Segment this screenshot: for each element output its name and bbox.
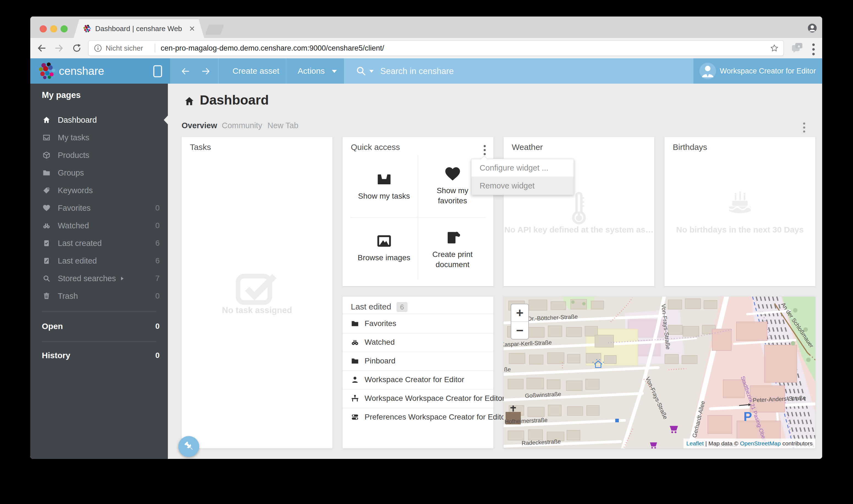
widget-last-edited: Last edited 6 Favorites Watched [342, 296, 493, 448]
url-text: cen-pro-magalog-demo.demo.censhare.com:9… [161, 41, 384, 56]
sidebar-item-watched[interactable]: Watched 0 [30, 217, 168, 234]
logo-block: censhare [30, 58, 170, 84]
parking-icon: P [744, 409, 752, 424]
sidebar-item-trash[interactable]: Trash 0 [30, 287, 168, 305]
search-icon[interactable] [356, 66, 367, 76]
transit-stop-marker [615, 419, 619, 422]
heart-icon [42, 204, 51, 212]
weather-empty-text: No API key defined at the system as… [503, 225, 654, 234]
browser-tab[interactable]: Dashboard | censhare Web [74, 19, 204, 38]
nav-back-icon[interactable] [180, 66, 191, 76]
active-item-notch [164, 115, 168, 124]
back-icon[interactable] [36, 43, 47, 53]
browser-toolbar: Nicht sicher cen-pro-magalog-demo.demo.c… [30, 38, 822, 59]
sidebar-item-dashboard[interactable]: Dashboard [30, 111, 168, 129]
binoculars-icon [42, 221, 51, 230]
tab-overview[interactable]: Overview [182, 120, 217, 131]
remove-widget-menu-item[interactable]: Remove widget [472, 177, 574, 195]
nav-forward-icon[interactable] [201, 66, 211, 76]
folder-icon [351, 319, 359, 328]
browser-profile-avatar[interactable] [807, 23, 817, 33]
create-print-document-button[interactable]: Create print document [419, 226, 486, 270]
app-header: censhare Create asset Actions [30, 58, 822, 84]
tag-icon [42, 186, 51, 195]
qa-divider-h [350, 217, 486, 218]
sidebar-item-last-created[interactable]: Last created 6 [30, 234, 168, 252]
reload-icon[interactable] [72, 43, 82, 53]
search-input[interactable] [380, 58, 628, 84]
home-icon [42, 116, 51, 124]
close-tab-icon[interactable] [189, 25, 195, 32]
thermometer-icon [570, 192, 588, 226]
extension-icon[interactable]: a [792, 42, 803, 53]
search-caret-icon[interactable] [369, 70, 374, 73]
sidebar-item-favorites[interactable]: Favorites 0 [30, 199, 168, 217]
last-edited-item-preferences[interactable]: Preferences Workspace Creator for Editor [342, 408, 493, 427]
attribution-text: contributors [781, 440, 813, 447]
sidebar-item-open[interactable]: Open 0 [30, 318, 168, 335]
pinboard-fab-button[interactable] [178, 436, 199, 457]
sidebar-toggle-icon[interactable] [153, 65, 162, 77]
widget-menu-kebab-icon[interactable] [484, 144, 486, 156]
user-block[interactable]: Workspace Creator for Editor [693, 58, 822, 84]
trash-icon [42, 292, 51, 300]
create-asset-button[interactable]: Create asset [223, 58, 289, 84]
last-edited-item-favorites[interactable]: Favorites [342, 314, 493, 334]
browse-images-button[interactable]: Browse images [350, 230, 418, 263]
tab-title: Dashboard | censhare Web [95, 19, 182, 38]
widget-birthdays: Birthdays No birthdays in the next 30 Da… [664, 137, 815, 286]
sidebar-item-my-tasks[interactable]: My tasks [30, 129, 168, 146]
last-edited-item-pinboard[interactable]: Pinboard [342, 352, 493, 371]
user-avatar [699, 63, 716, 79]
info-icon[interactable] [94, 44, 102, 52]
widget-title: Birthdays [673, 143, 707, 152]
tab-community[interactable]: Community [222, 120, 262, 131]
leaflet-link[interactable]: Leaflet [686, 440, 704, 447]
configure-widget-menu-item[interactable]: Configure widget ... [472, 159, 574, 177]
sidebar-item-groups[interactable]: Groups [30, 164, 168, 182]
forward-icon[interactable] [54, 43, 65, 53]
sidebar-item-history[interactable]: History 0 [30, 347, 168, 364]
url-bar[interactable]: Nicht sicher cen-pro-magalog-demo.demo.c… [88, 40, 784, 56]
map-street-label: ße [504, 366, 511, 373]
tab-new-tab[interactable]: New Tab [267, 120, 298, 131]
widget-title: Quick access [351, 143, 400, 152]
actions-caret-icon [332, 70, 337, 73]
actions-button[interactable]: Actions [290, 58, 332, 84]
map-zoom-in-button[interactable]: + [511, 304, 528, 321]
toggles-icon [351, 413, 359, 421]
sidebar-item-stored-searches[interactable]: Stored searches 7 [30, 270, 168, 287]
widget-title: Weather [512, 143, 543, 152]
attribution-text: | Map data © [704, 440, 740, 447]
print-document-icon [419, 226, 486, 249]
map-attribution: Leaflet | Map data © OpenStreetMap contr… [683, 438, 815, 448]
last-edited-item-workspace-creator[interactable]: Workspace Creator for Editor [342, 370, 493, 390]
dashboard-menu-kebab-icon[interactable] [803, 122, 805, 133]
close-window-button[interactable] [40, 25, 47, 33]
widget-title: Last edited [351, 302, 391, 311]
sidebar-heading: My pages [42, 90, 81, 100]
main-content: Dashboard Overview Community New Tab Tas… [168, 84, 822, 459]
last-edited-item-watched[interactable]: Watched [342, 333, 493, 352]
person-icon [351, 376, 359, 384]
browser-window: Dashboard | censhare Web [30, 17, 822, 459]
sidebar-item-last-edited[interactable]: Last edited 6 [30, 252, 168, 270]
new-tab-button[interactable] [205, 25, 224, 35]
widget-map[interactable]: P Dr.-Böttcher-Straße Kaspar-Kerll-Straß… [503, 296, 815, 448]
sidebar-item-keywords[interactable]: Keywords [30, 182, 168, 199]
show-my-tasks-button[interactable]: Show my tasks [350, 168, 418, 201]
maximize-window-button[interactable] [60, 25, 68, 33]
sidebar-item-products[interactable]: Products [30, 146, 168, 164]
chevron-right-icon [121, 277, 124, 280]
openstreetmap-canvas[interactable]: P Dr.-Böttcher-Straße Kaspar-Kerll-Straß… [503, 296, 815, 448]
bookmark-star-icon[interactable] [770, 44, 778, 52]
widget-tasks: Tasks No task assigned [182, 137, 332, 448]
openstreetmap-link[interactable]: OpenStreetMap [740, 440, 781, 447]
browser-menu-kebab-icon[interactable] [812, 42, 815, 56]
minimize-window-button[interactable] [50, 25, 57, 33]
censhare-logo-icon[interactable] [38, 62, 56, 80]
last-edited-count-badge: 6 [396, 302, 408, 312]
map-zoom-out-button[interactable]: − [511, 321, 528, 339]
image-icon [350, 230, 418, 253]
last-edited-item-workspace-workspace[interactable]: Workspace Workspace Creator for Editor [342, 389, 493, 408]
